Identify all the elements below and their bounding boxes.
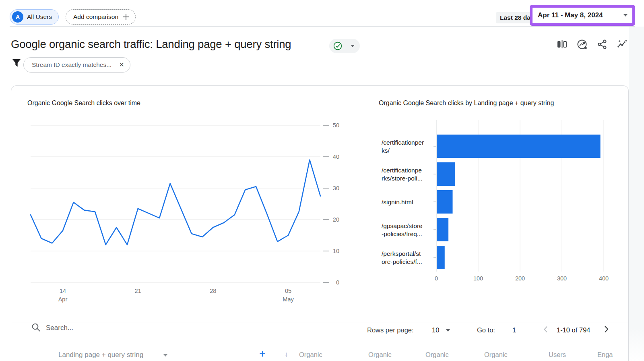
svg-text:20: 20 [333, 216, 339, 223]
svg-text:400: 400 [599, 275, 609, 282]
rows-per-page-select[interactable]: 10 [432, 326, 439, 334]
svg-text:/certificationper: /certificationper [382, 139, 424, 146]
pagination-range: 1-10 of 794 [557, 326, 590, 334]
svg-text:100: 100 [473, 275, 483, 282]
svg-text:May: May [283, 296, 294, 303]
plus-icon [122, 13, 130, 21]
share-icon[interactable] [597, 39, 608, 50]
sparkline-insights-icon[interactable] [617, 39, 628, 50]
report-card: Organic Google Search clicks over time 0… [11, 85, 629, 361]
go-to-label: Go to: [477, 326, 495, 334]
audience-segment-chip[interactable]: A All Users [10, 9, 59, 25]
clicks-over-time-line-chart: 0102030405014Apr212805May [25, 116, 343, 310]
audience-segment-label: All Users [27, 13, 52, 21]
right-rail [629, 27, 644, 361]
svg-text:200: 200 [515, 275, 525, 282]
page-title: Google organic search traffic: Landing p… [11, 38, 291, 51]
verified-check-icon [333, 41, 343, 51]
next-page-button[interactable] [602, 325, 611, 334]
svg-text:30: 30 [333, 185, 339, 191]
svg-text:Apr: Apr [58, 296, 68, 303]
svg-text:28: 28 [210, 288, 216, 294]
svg-text:/perksportal/st: /perksportal/st [382, 250, 421, 257]
svg-text:05: 05 [285, 288, 291, 294]
svg-text:rks/store-poli...: rks/store-poli... [382, 175, 423, 182]
svg-text:21: 21 [135, 288, 141, 294]
svg-text:0: 0 [435, 275, 438, 282]
svg-text:/certificationpe: /certificationpe [382, 167, 422, 174]
line-chart-title: Organic Google Search clicks over time [27, 100, 140, 107]
svg-text:/signin.html: /signin.html [382, 199, 413, 205]
rows-per-page-label: Rows per page: [367, 326, 414, 334]
avatar: A [12, 11, 23, 23]
search-icon [31, 323, 41, 332]
svg-text:300: 300 [557, 275, 567, 282]
svg-text:40: 40 [333, 154, 339, 160]
previous-page-button[interactable] [542, 325, 550, 334]
svg-text:/gpsapac/store: /gpsapac/store [382, 222, 423, 229]
topbar-divider [10, 26, 635, 27]
column-header-enga-5[interactable]: Enga [597, 351, 613, 359]
chevron-down-icon[interactable] [446, 329, 450, 332]
svg-text:10: 10 [333, 248, 339, 254]
filter-chip[interactable]: Stream ID exactly matches... ✕ [23, 57, 130, 73]
add-comparison-label: Add comparison [73, 13, 118, 21]
table-column-divider [276, 348, 276, 361]
page-root: A All Users Add comparison Last 28 days … [0, 0, 644, 361]
svg-text:14: 14 [60, 288, 66, 294]
search-input[interactable] [46, 322, 199, 334]
column-header-landing-page[interactable]: Landing page + query string [58, 351, 143, 359]
insights-icon[interactable] [576, 39, 588, 50]
verification-badge[interactable] [329, 39, 360, 53]
chevron-down-icon [351, 45, 355, 47]
table-header-border [11, 348, 628, 348]
column-header-organic-3[interactable]: Organic [484, 351, 508, 359]
bar-chart-title: Organic Google Search clicks by Landing … [379, 100, 554, 107]
column-header-organic-2[interactable]: Organic [425, 351, 449, 359]
close-icon[interactable]: ✕ [119, 62, 124, 68]
filter-chip-label: Stream ID exactly matches... [32, 61, 111, 68]
column-header-organic-0[interactable]: Organic [299, 351, 322, 359]
svg-text:ore-policies/f...: ore-policies/f... [382, 258, 422, 265]
clicks-by-landing-page-bar-chart: 0100200300400/certificationperks//certif… [371, 116, 620, 310]
chevron-down-icon [623, 14, 627, 17]
comparison-layout-icon[interactable] [556, 39, 568, 50]
filter-funnel-icon [12, 59, 21, 67]
date-range-label: Apr 11 - May 8, 2024 [538, 11, 603, 19]
svg-text:ks/: ks/ [382, 147, 390, 154]
date-range-selector[interactable]: Apr 11 - May 8, 2024 [533, 8, 632, 23]
add-column-button[interactable]: + [259, 349, 266, 359]
column-header-users-4[interactable]: Users [549, 351, 566, 359]
sort-descending-icon: ↓ [285, 351, 288, 359]
svg-text:0: 0 [336, 279, 339, 286]
go-to-input[interactable]: 1 [512, 326, 516, 334]
column-header-organic-1[interactable]: Organic [368, 351, 392, 359]
add-comparison-button[interactable]: Add comparison [66, 9, 136, 25]
svg-text:50: 50 [333, 122, 339, 129]
date-range-highlight: Apr 11 - May 8, 2024 [530, 5, 635, 26]
chevron-down-icon[interactable] [163, 354, 167, 357]
svg-text:-policies/freq...: -policies/freq... [382, 230, 422, 237]
